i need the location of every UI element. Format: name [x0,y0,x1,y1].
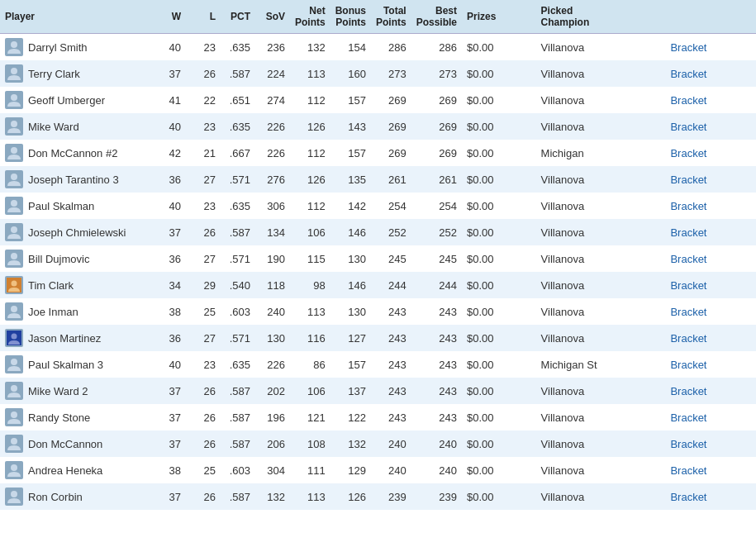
bracket-link[interactable]: Bracket [670,121,706,133]
svg-point-17 [11,438,17,445]
bracket-cell[interactable]: Bracket [667,166,756,193]
avatar [5,38,23,56]
sov: 226 [257,351,292,378]
avatar [5,117,23,136]
bracket-link[interactable]: Bracket [670,464,706,477]
player-name: Ron Corbin [28,491,83,503]
best-possible: 245 [413,245,464,272]
header-w: W [153,0,188,34]
player-cell: Randy Stone [0,404,153,430]
bracket-cell[interactable]: Bracket [667,140,756,166]
bracket-cell[interactable]: Bracket [667,87,756,113]
bracket-cell[interactable]: Bracket [667,34,756,61]
losses: 23 [188,351,222,378]
svg-point-3 [11,121,17,127]
sov: 118 [257,272,292,298]
net-points: 126 [292,113,332,140]
table-row: Terry Clark 3726.587224113160273273$0.00… [0,60,756,87]
total-points: 243 [373,378,413,404]
bonus-points: 127 [332,325,373,351]
bracket-cell[interactable]: Bracket [667,404,756,430]
bracket-link[interactable]: Bracket [670,279,706,292]
pct: .587 [222,404,257,430]
table-row: Joe Inman 3825.603240113130243243$0.00Vi… [0,298,756,325]
bracket-cell[interactable]: Bracket [667,457,756,483]
net-points: 112 [292,193,332,219]
bracket-link[interactable]: Bracket [670,174,706,186]
bonus-points: 129 [332,457,373,483]
avatar [5,329,23,347]
bracket-link[interactable]: Bracket [670,359,706,371]
bracket-cell[interactable]: Bracket [667,378,756,404]
table-row: Mike Ward 2 3726.587202106137243243$0.00… [0,378,756,404]
bracket-link[interactable]: Bracket [670,41,706,54]
total-points: 240 [373,457,413,483]
pct: .571 [222,166,257,193]
bracket-link[interactable]: Bracket [670,306,706,318]
bonus-points: 137 [332,378,373,404]
bracket-link[interactable]: Bracket [670,438,706,450]
bonus-points: 126 [332,483,373,510]
bracket-cell[interactable]: Bracket [667,113,756,140]
total-points: 243 [373,325,413,351]
wins: 37 [153,404,188,430]
player-cell: Terry Clark [0,60,153,87]
bracket-cell[interactable]: Bracket [667,483,756,510]
bracket-cell[interactable]: Bracket [667,430,756,457]
total-points: 243 [373,351,413,378]
picked-champion: Villanova [538,325,668,351]
player-name: Joseph Tarantino 3 [28,174,119,186]
bracket-link[interactable]: Bracket [670,94,706,107]
bracket-cell[interactable]: Bracket [667,351,756,378]
bracket-link[interactable]: Bracket [670,200,706,212]
bonus-points: 146 [332,219,373,245]
bracket-cell[interactable]: Bracket [667,325,756,351]
header-player: Player [0,0,153,34]
bracket-cell[interactable]: Bracket [667,245,756,272]
best-possible: 286 [413,34,464,61]
prizes: $0.00 [464,430,538,457]
bracket-cell[interactable]: Bracket [667,219,756,245]
losses: 26 [188,430,222,457]
wins: 40 [153,34,188,61]
player-name: Andrea Heneka [28,464,102,477]
bonus-points: 130 [332,245,373,272]
bracket-link[interactable]: Bracket [670,226,706,239]
bracket-link[interactable]: Bracket [670,147,706,159]
header-prizes: Prizes [464,0,538,34]
picked-champion: Villanova [538,193,668,219]
bracket-link[interactable]: Bracket [670,68,706,80]
losses: 26 [188,378,222,404]
bonus-points: 135 [332,166,373,193]
bracket-cell[interactable]: Bracket [667,272,756,298]
losses: 26 [188,60,222,87]
best-possible: 254 [413,193,464,219]
standings-table: Player W L PCT SoV NetPoints BonusPoints… [0,0,756,510]
player-cell: Geoff Umberger [0,87,153,113]
avatar [5,435,23,453]
net-points: 108 [292,430,332,457]
avatar [5,64,23,83]
bracket-link[interactable]: Bracket [670,385,706,397]
bracket-cell[interactable]: Bracket [667,193,756,219]
best-possible: 240 [413,457,464,483]
best-possible: 273 [413,60,464,87]
bracket-cell[interactable]: Bracket [667,298,756,325]
pct: .587 [222,219,257,245]
bracket-link[interactable]: Bracket [670,253,706,265]
total-points: 269 [373,140,413,166]
picked-champion: Villanova [538,219,668,245]
picked-champion: Villanova [538,404,668,430]
pct: .571 [222,325,257,351]
bracket-link[interactable]: Bracket [670,491,706,503]
pct: .651 [222,87,257,113]
prizes: $0.00 [464,378,538,404]
wins: 40 [153,351,188,378]
bracket-link[interactable]: Bracket [670,411,706,424]
picked-champion: Villanova [538,483,668,510]
bracket-link[interactable]: Bracket [670,332,706,345]
total-points: 245 [373,245,413,272]
bracket-cell[interactable]: Bracket [667,60,756,87]
wins: 41 [153,87,188,113]
net-points: 112 [292,140,332,166]
